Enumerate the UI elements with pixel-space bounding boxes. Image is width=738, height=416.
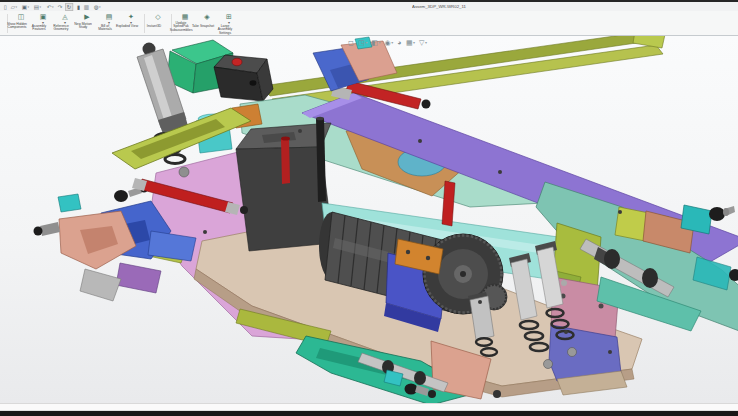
status-bar [0,403,738,411]
apply-scene-icon[interactable]: ▦▾ [406,38,415,47]
take-snapshot-icon: ◈ [204,13,209,21]
view-orientation-icon[interactable]: ◳▾ [358,38,367,47]
undo-icon[interactable]: ↶▾ [46,3,54,9]
command-manager-toolbar: ◫ Show Hidden Components ▣ ▾ Assembly Fe… [0,11,738,36]
large-assembly-settings-button[interactable]: ⊞ ▾ Large Assembly Settings [218,13,240,35]
print-icon[interactable]: ▤▾ [33,3,42,9]
heads-up-view-toolbar: ◻ ◳▾ ◧▾ ◉▾ ◕ ▦▾ ▽▾ [346,37,429,48]
edit-appearance-icon[interactable]: ◕ [397,38,402,47]
model-canvas[interactable] [0,36,738,403]
model-part-purple-block[interactable] [116,263,161,293]
hide-show-items-icon[interactable]: ◉▾ [385,38,394,47]
save-icon[interactable]: ▣▾ [21,3,30,9]
model-part-red-post[interactable] [281,138,290,184]
window-bottom-edge [0,411,738,416]
model-part-silver-plate[interactable] [80,269,121,301]
instant3d-button[interactable]: ◇ Instant3D [147,13,169,35]
model-part-switch-box[interactable] [214,55,273,101]
model-part-power-button[interactable] [232,58,242,66]
new-document-icon[interactable]: ▯ [3,3,8,9]
zoom-to-fit-icon[interactable]: ◻ [348,38,354,47]
instant3d-icon: ◇ [155,13,160,21]
display-style-icon[interactable]: ◧▾ [371,38,380,47]
window-title: Assem_3DP_WR-WR02_11 [412,4,466,9]
open-icon[interactable]: ▱▾ [10,3,18,9]
options-icon[interactable]: ◍▾ [93,3,102,9]
graphics-viewport[interactable]: ◻ ◳▾ ◧▾ ◉▾ ◕ ▦▾ ▽▾ [0,36,738,403]
quick-access-toolbar: ▯ ▱▾ ▣▾ ▤▾ ↶▾ ↷ ↻ ▮ ▥ ◍▾ [3,3,104,11]
display-panes-icon[interactable]: ▥ [83,3,90,9]
update-speedpak-icon: ▦ [182,13,189,21]
view-settings-icon[interactable]: ▽▾ [419,38,427,47]
new-motion-study-icon: ▶ [84,13,89,21]
title-bar: ▯ ▱▾ ▣▾ ▤▾ ↶▾ ↷ ↻ ▮ ▥ ◍▾ Assem_3DP_WR-WR… [0,2,738,11]
rebuild-icon[interactable]: ↻ [66,3,73,9]
redo-icon[interactable]: ↷ [57,3,64,9]
file-properties-icon[interactable]: ▮ [76,3,81,9]
exploded-view-button[interactable]: ✦ ▾ Exploded View [120,13,142,35]
show-hidden-components-icon: ◫ [18,13,25,21]
